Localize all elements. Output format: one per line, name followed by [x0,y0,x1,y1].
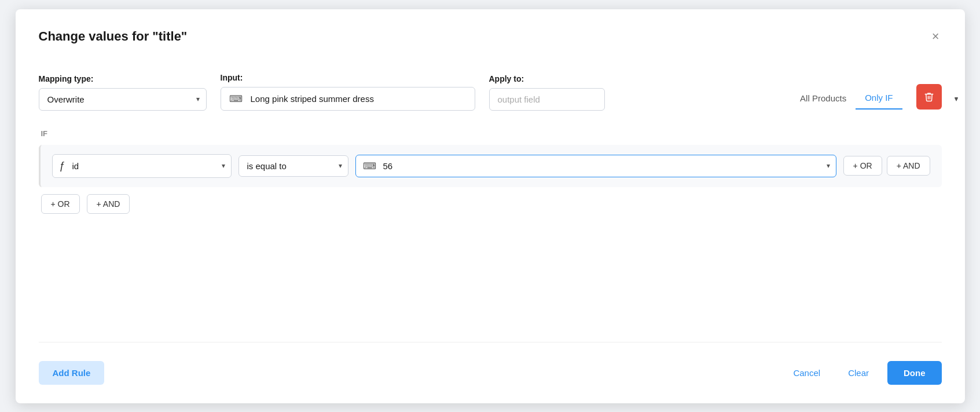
keyboard-icon: ⌨ [221,87,248,110]
mapping-type-group: Mapping type: Overwrite Append Prepend ▾ [39,74,207,111]
apply-to-arrow-icon: ▾ [955,95,958,103]
toggle-group: All Products Only IF [791,87,902,110]
add-rule-button[interactable]: Add Rule [39,361,105,385]
condition-keyboard-icon: ⌨ [356,155,381,177]
bottom-or-button[interactable]: + OR [41,194,80,214]
bottom-and-button[interactable]: + AND [87,194,130,214]
apply-to-label: Apply to: [489,74,605,83]
all-products-button[interactable]: All Products [791,87,856,109]
modal-header: Change values for "title" × [39,28,942,45]
apply-to-group: Apply to: output field ▾ [489,74,605,111]
delete-button[interactable] [916,84,942,110]
condition-value-wrapper: ⌨ 56 ▾ [355,155,836,177]
footer-right: Cancel Clear Done [784,361,941,385]
close-button[interactable]: × [930,28,942,45]
input-group: Input: ⌨ Long pink striped summer dress … [221,73,475,111]
function-icon: ƒ [53,155,70,177]
input-label: Input: [221,73,475,82]
input-select[interactable]: Long pink striped summer dress [248,88,475,110]
modal: Change values for "title" × Mapping type… [16,9,965,403]
if-section: IF ƒ id title price sku ▾ is equal to is… [39,129,942,214]
if-label: IF [41,129,942,138]
apply-to-wrapper: output field ▾ [489,88,605,111]
config-row: Mapping type: Overwrite Append Prepend ▾… [39,73,942,111]
bottom-or-and-group: + OR + AND [41,194,942,214]
mapping-type-wrapper: Overwrite Append Prepend ▾ [39,88,207,111]
clear-button[interactable]: Clear [839,361,878,385]
trash-icon [924,92,934,102]
inline-or-button[interactable]: + OR [843,156,882,176]
condition-operator-select[interactable]: is equal to is not equal to contains doe… [239,156,348,176]
done-button[interactable]: Done [887,361,942,385]
input-wrapper: ⌨ Long pink striped summer dress ▾ [221,87,475,111]
mapping-type-label: Mapping type: [39,74,207,83]
only-if-button[interactable]: Only IF [856,87,902,110]
modal-title: Change values for "title" [39,29,188,44]
condition-row: ƒ id title price sku ▾ is equal to is no… [39,145,942,187]
footer: Add Rule Cancel Clear Done [39,342,942,385]
condition-value-select[interactable]: 56 [381,156,836,176]
inline-and-button[interactable]: + AND [887,156,930,176]
apply-to-select[interactable]: output field [490,89,604,110]
condition-field-wrapper: ƒ id title price sku ▾ [52,154,232,178]
condition-field-select[interactable]: id title price sku [70,156,231,176]
condition-operator-wrapper: is equal to is not equal to contains doe… [238,155,348,177]
mapping-type-select[interactable]: Overwrite Append Prepend [39,88,207,111]
cancel-button[interactable]: Cancel [784,361,829,385]
inline-or-and-group: + OR + AND [843,156,930,176]
